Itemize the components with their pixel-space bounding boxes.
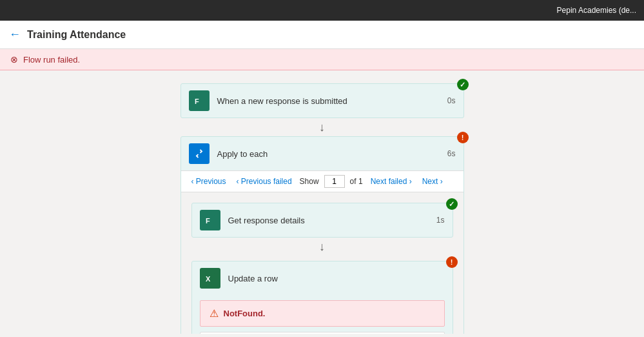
- trigger-status-badge: ✓: [457, 79, 469, 90]
- error-banner-message: Flow run failed.: [23, 55, 80, 65]
- prev-button[interactable]: ‹ Previous: [189, 176, 229, 187]
- flow-container: F When a new response is submitted 0s ✓ …: [181, 83, 464, 334]
- update-row-label: Update a row: [228, 274, 278, 283]
- error-circle-icon: ⊗: [10, 54, 18, 65]
- apply-each-status-badge: !: [457, 132, 469, 143]
- prev-failed-button[interactable]: ‹ Previous failed: [234, 176, 295, 187]
- svg-text:F: F: [195, 97, 199, 105]
- show-label: Show: [300, 177, 319, 186]
- arrow-1: ↓: [319, 118, 325, 136]
- arrow-inner-top: [191, 192, 453, 203]
- apply-each-inner: F Get response details 1s ✓ ↓: [181, 192, 463, 334]
- forms-icon: F: [189, 90, 210, 111]
- svg-text:F: F: [206, 217, 210, 225]
- warning-icon: ⚠: [210, 307, 219, 320]
- error-detail-text: NotFound.: [224, 309, 266, 318]
- update-row-header[interactable]: X Update a row 3s !: [192, 261, 453, 295]
- topbar: Pepin Academies (de...: [0, 0, 644, 21]
- page-input[interactable]: [324, 175, 345, 188]
- update-row-outer: X Update a row 3s ! ⚠ NotFound.: [191, 261, 453, 334]
- inputs-header: INPUTS: [200, 332, 444, 334]
- get-response-label: Get response details: [228, 216, 305, 225]
- svg-text:X: X: [206, 275, 211, 283]
- get-response-icon: F: [200, 210, 220, 230]
- arrow-inner-2: ↓: [191, 238, 453, 256]
- main-content: F When a new response is submitted 0s ✓ …: [0, 70, 644, 334]
- error-detail: ⚠ NotFound.: [200, 300, 445, 327]
- apply-each-header[interactable]: Apply to each 6s !: [181, 137, 463, 170]
- topbar-user-label: Pepin Academies (de...: [557, 6, 636, 15]
- inputs-section: INPUTS Location OneDrive for Business Do…: [200, 332, 445, 334]
- error-banner: ⊗ Flow run failed.: [0, 49, 644, 70]
- page-title: Training Attendance: [27, 29, 126, 41]
- get-response-time: 1s: [436, 216, 445, 225]
- update-row-status-badge: !: [446, 256, 458, 268]
- apply-each-container: Apply to each 6s ! ‹ Previous ‹ Previous…: [181, 136, 464, 334]
- update-row-icon: X: [200, 268, 220, 289]
- apply-each-label: Apply to each: [217, 149, 268, 159]
- trigger-block[interactable]: F When a new response is submitted 0s ✓: [181, 83, 464, 118]
- get-response-status-badge: ✓: [446, 198, 458, 210]
- back-button[interactable]: ←: [9, 28, 21, 41]
- total-label: of 1: [350, 177, 363, 186]
- apply-each-icon: [189, 143, 210, 164]
- next-failed-button[interactable]: Next failed ›: [368, 176, 415, 187]
- pagination-row: ‹ Previous ‹ Previous failed Show of 1 N…: [181, 170, 463, 192]
- get-response-block[interactable]: F Get response details 1s ✓: [191, 203, 453, 238]
- trigger-block-label: When a new response is submitted: [217, 96, 347, 106]
- apply-each-time: 6s: [447, 149, 456, 158]
- subheader: ← Training Attendance: [0, 21, 644, 49]
- trigger-block-time: 0s: [447, 96, 456, 105]
- next-button[interactable]: Next ›: [420, 176, 445, 187]
